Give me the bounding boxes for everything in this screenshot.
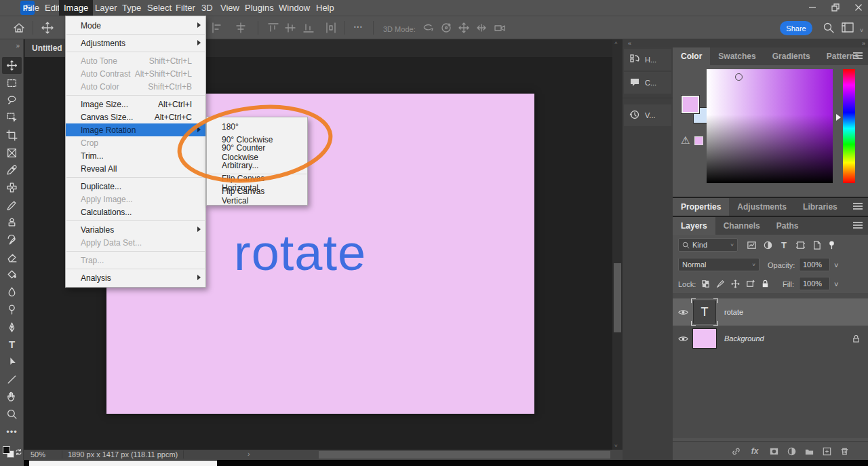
menu-item-apply-data-set[interactable]: Apply Data Set... [66,236,205,249]
lasso-tool-icon[interactable] [2,92,22,109]
layer-row-rotate[interactable]: Trotate [673,298,868,326]
menu-item-apply-image[interactable]: Apply Image... [66,193,205,206]
home-icon[interactable] [12,21,26,35]
lock-transparency-icon[interactable] [698,277,712,290]
menu-item-image-size[interactable]: Image Size...Alt+Ctrl+I [66,98,205,111]
clone-stamp-tool-icon[interactable] [2,214,22,231]
brush-tool-icon[interactable] [2,197,22,214]
align-top-edges-icon[interactable] [267,21,280,35]
menu-item-reveal-all[interactable]: Reveal All [66,162,205,175]
adjustment-layer-icon[interactable] [785,445,797,457]
fill-chevron-icon[interactable]: ˅ [834,280,838,288]
panel-menu-icon[interactable] [853,222,863,229]
history-brush-tool-icon[interactable] [2,231,22,248]
gamut-warning-icon[interactable]: ⚠ [681,134,690,147]
eyedropper-tool-icon[interactable] [2,161,22,178]
panel-menu-icon[interactable] [853,52,863,60]
layer-visibility-eye-icon[interactable] [673,335,693,343]
chevron-down-icon[interactable]: ˅ [860,27,863,34]
pen-tool-icon[interactable] [2,319,22,336]
status-chevron-icon[interactable]: › [248,450,250,458]
smart-object-filter-icon[interactable] [810,238,823,252]
new-group-folder-icon[interactable] [803,445,815,457]
paint-bucket-tool-icon[interactable] [2,266,22,283]
align-horizontal-centers-icon[interactable] [234,21,248,35]
hue-slider-marker[interactable] [836,114,841,121]
tab-libraries[interactable]: Libraries [795,198,846,216]
blur-tool-icon[interactable] [2,284,22,300]
tab-properties[interactable]: Properties [673,198,729,216]
crop-tool-icon[interactable] [2,127,22,144]
menubar-item-window[interactable]: Window [274,0,315,16]
menubar-item-type[interactable]: Type [117,0,146,16]
hand-tool-icon[interactable] [2,388,22,405]
switch-colors-icon[interactable] [15,446,22,459]
more-tool-icon[interactable]: ••• [2,423,22,440]
vertical-scrollbar[interactable]: ˄ ˅ [612,39,623,450]
history-panel-button[interactable]: H... [624,49,671,71]
foreground-color-well[interactable] [682,96,699,113]
opacity-chevron-icon[interactable]: ˅ [834,261,838,269]
lock-position-icon[interactable] [728,277,742,290]
color-field[interactable] [707,69,833,183]
comments-panel-button[interactable]: C... [624,72,671,94]
line-tool-icon[interactable] [2,371,22,388]
layer-name[interactable]: Background [724,334,764,343]
pixel-layer-filter-icon[interactable] [745,238,758,252]
gamut-warning-swatch[interactable] [694,136,703,145]
menu-item-crop[interactable]: Crop [66,136,205,149]
eraser-tool-icon[interactable] [2,249,22,266]
workspace-icon[interactable] [841,21,854,35]
hue-slider[interactable] [843,69,855,183]
menu-item-adjustments[interactable]: Adjustments [66,37,205,50]
fill-input[interactable]: 100% [799,277,830,290]
menu-item-trim[interactable]: Trim... [66,149,205,162]
trash-icon[interactable] [838,445,850,457]
menu-item-calculations[interactable]: Calculations... [66,206,205,218]
horizontal-scrollbar-thumb[interactable] [319,451,610,459]
layer-lock-icon[interactable] [852,334,860,343]
shape-layer-filter-icon[interactable] [793,238,807,252]
tab-layers[interactable]: Layers [673,217,715,235]
foreground-color-swatch[interactable] [3,446,10,454]
menu-item-mode[interactable]: Mode [66,19,205,32]
panel-menu-icon[interactable] [853,203,863,210]
menu-item-image-rotation[interactable]: Image Rotation [66,123,205,136]
restore-icon[interactable] [831,2,840,14]
menu-item-variables[interactable]: Variables [66,223,205,236]
lock-artboard-icon[interactable] [743,277,757,290]
filter-toggle-pin-icon[interactable] [825,238,838,252]
layer-row-background[interactable]: Background [673,327,868,350]
align-bottom-edges-icon[interactable] [302,21,315,35]
blend-mode-dropdown[interactable]: Normal ˅ [678,258,760,271]
version-history-panel-button[interactable]: V... [624,104,671,126]
tab-gradients[interactable]: Gradients [764,47,818,65]
menu-item-auto-tone[interactable]: Auto ToneShift+Ctrl+L [66,54,205,67]
menubar-item-3d[interactable]: 3D [197,0,218,16]
tab-color[interactable]: Color [673,47,710,65]
layer-mask-icon[interactable] [768,445,780,457]
align-vertical-centers-icon[interactable] [283,21,297,35]
link-layers-icon[interactable] [730,445,742,457]
collapse-panels-left-icon[interactable]: « [628,40,631,47]
search-icon[interactable] [822,21,835,35]
more-options-icon[interactable]: ⋯ [353,21,367,35]
layer-thumbnail[interactable] [693,329,716,348]
layer-effects-fx-icon[interactable]: fx [749,445,761,457]
object-select-tool-icon[interactable] [2,109,22,126]
move-tool-icon[interactable] [2,57,22,74]
minimize-icon[interactable] [808,2,816,14]
type-tool-icon[interactable]: T [2,336,22,353]
tab-swatches[interactable]: Swatches [710,47,764,65]
close-icon[interactable] [854,2,863,14]
tab-paths[interactable]: Paths [768,217,807,235]
zoom-level[interactable]: 50% [31,450,45,459]
path-select-tool-icon[interactable] [2,353,22,370]
collapse-panels-right-icon[interactable]: » [862,40,865,47]
text-layer-thumbnail[interactable]: T [693,300,716,324]
lock-all-icon[interactable] [758,277,772,290]
type-layer-filter-icon[interactable]: T [777,238,791,252]
menu-item-trap[interactable]: Trap... [66,254,205,267]
new-layer-icon[interactable] [821,445,833,457]
lock-pixels-icon[interactable] [713,277,727,290]
